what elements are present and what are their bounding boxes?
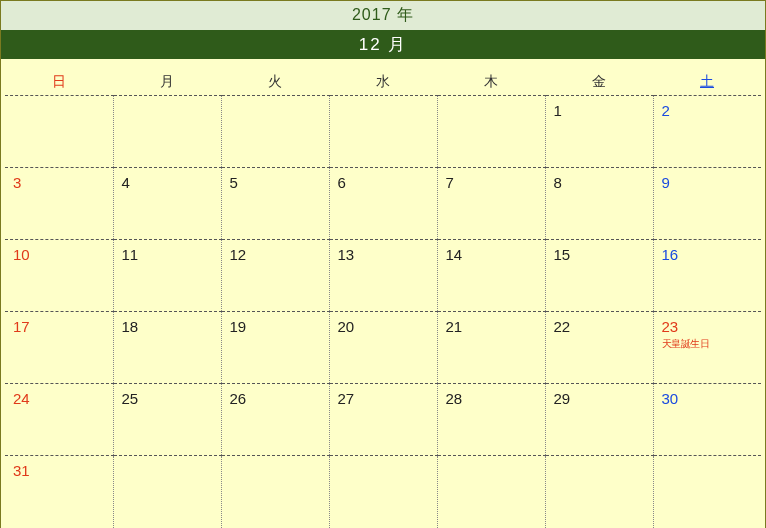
calendar-week: 17181920212223天皇誕生日 bbox=[5, 312, 761, 384]
calendar: 2017 年 12 月 日月火水木金土 12345678910111213141… bbox=[0, 0, 766, 528]
day-number: 29 bbox=[554, 390, 645, 407]
day-number: 22 bbox=[554, 318, 645, 335]
day-number: 26 bbox=[230, 390, 321, 407]
calendar-day: 4 bbox=[113, 168, 221, 240]
weekday-header: 日 bbox=[5, 67, 113, 96]
day-number: 23 bbox=[662, 318, 754, 335]
calendar-day: 28 bbox=[437, 384, 545, 456]
calendar-day: 26 bbox=[221, 384, 329, 456]
day-number: 17 bbox=[13, 318, 105, 335]
day-number: 27 bbox=[338, 390, 429, 407]
calendar-week: 10111213141516 bbox=[5, 240, 761, 312]
calendar-week: 12 bbox=[5, 96, 761, 168]
weekday-header: 月 bbox=[113, 67, 221, 96]
day-number: 15 bbox=[554, 246, 645, 263]
weekday-header: 火 bbox=[221, 67, 329, 96]
calendar-day: 24 bbox=[5, 384, 113, 456]
calendar-day: 21 bbox=[437, 312, 545, 384]
calendar-day: 11 bbox=[113, 240, 221, 312]
calendar-day bbox=[545, 456, 653, 529]
day-number: 5 bbox=[230, 174, 321, 191]
calendar-day: 6 bbox=[329, 168, 437, 240]
calendar-table: 日月火水木金土 12345678910111213141516171819202… bbox=[5, 67, 761, 528]
calendar-day: 5 bbox=[221, 168, 329, 240]
day-number: 10 bbox=[13, 246, 105, 263]
holiday-label: 天皇誕生日 bbox=[662, 337, 754, 351]
day-number: 13 bbox=[338, 246, 429, 263]
calendar-week: 24252627282930 bbox=[5, 384, 761, 456]
calendar-day: 25 bbox=[113, 384, 221, 456]
weekday-header: 木 bbox=[437, 67, 545, 96]
calendar-day: 27 bbox=[329, 384, 437, 456]
calendar-day bbox=[437, 456, 545, 529]
calendar-day bbox=[329, 96, 437, 168]
calendar-day bbox=[5, 96, 113, 168]
month-header: 12 月 bbox=[1, 30, 765, 59]
day-number: 24 bbox=[13, 390, 105, 407]
day-number: 12 bbox=[230, 246, 321, 263]
calendar-grid: 日月火水木金土 12345678910111213141516171819202… bbox=[1, 59, 765, 528]
calendar-day: 17 bbox=[5, 312, 113, 384]
day-number: 16 bbox=[662, 246, 754, 263]
day-number: 7 bbox=[446, 174, 537, 191]
day-number: 9 bbox=[662, 174, 754, 191]
calendar-day: 14 bbox=[437, 240, 545, 312]
day-number: 28 bbox=[446, 390, 537, 407]
calendar-day: 2 bbox=[653, 96, 761, 168]
day-number: 11 bbox=[122, 246, 213, 263]
day-number: 2 bbox=[662, 102, 754, 119]
calendar-day: 23天皇誕生日 bbox=[653, 312, 761, 384]
day-number: 31 bbox=[13, 462, 105, 479]
day-number: 21 bbox=[446, 318, 537, 335]
calendar-day: 30 bbox=[653, 384, 761, 456]
calendar-day: 22 bbox=[545, 312, 653, 384]
year-header: 2017 年 bbox=[1, 1, 765, 30]
weekday-header: 土 bbox=[653, 67, 761, 96]
calendar-day: 31 bbox=[5, 456, 113, 529]
day-number: 30 bbox=[662, 390, 754, 407]
calendar-day: 13 bbox=[329, 240, 437, 312]
day-number: 14 bbox=[446, 246, 537, 263]
day-number: 3 bbox=[13, 174, 105, 191]
calendar-day: 9 bbox=[653, 168, 761, 240]
calendar-day bbox=[437, 96, 545, 168]
calendar-day: 19 bbox=[221, 312, 329, 384]
calendar-week: 3456789 bbox=[5, 168, 761, 240]
calendar-day: 7 bbox=[437, 168, 545, 240]
day-number: 25 bbox=[122, 390, 213, 407]
day-number: 19 bbox=[230, 318, 321, 335]
calendar-day: 29 bbox=[545, 384, 653, 456]
calendar-day bbox=[113, 96, 221, 168]
calendar-day bbox=[113, 456, 221, 529]
day-number: 4 bbox=[122, 174, 213, 191]
calendar-day bbox=[653, 456, 761, 529]
calendar-day bbox=[221, 96, 329, 168]
weekday-header: 水 bbox=[329, 67, 437, 96]
calendar-day: 10 bbox=[5, 240, 113, 312]
calendar-day: 8 bbox=[545, 168, 653, 240]
day-number: 6 bbox=[338, 174, 429, 191]
calendar-day bbox=[221, 456, 329, 529]
day-number: 8 bbox=[554, 174, 645, 191]
calendar-day: 16 bbox=[653, 240, 761, 312]
weekday-row: 日月火水木金土 bbox=[5, 67, 761, 96]
calendar-day: 20 bbox=[329, 312, 437, 384]
calendar-day: 3 bbox=[5, 168, 113, 240]
calendar-day: 15 bbox=[545, 240, 653, 312]
day-number: 1 bbox=[554, 102, 645, 119]
calendar-day bbox=[329, 456, 437, 529]
calendar-day: 12 bbox=[221, 240, 329, 312]
calendar-week: 31 bbox=[5, 456, 761, 529]
weekday-header: 金 bbox=[545, 67, 653, 96]
calendar-day: 1 bbox=[545, 96, 653, 168]
calendar-day: 18 bbox=[113, 312, 221, 384]
day-number: 20 bbox=[338, 318, 429, 335]
day-number: 18 bbox=[122, 318, 213, 335]
